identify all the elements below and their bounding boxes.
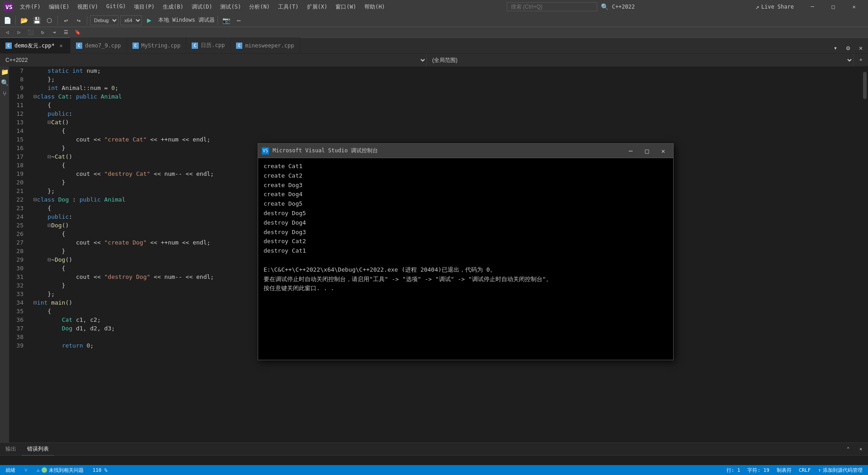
new-file-button[interactable]: 📄 [2,15,13,26]
refresh-button[interactable]: ↻ [37,27,48,38]
status-col[interactable]: 字符: 19 [745,467,771,474]
open-folder-button[interactable]: 📂 [19,15,29,26]
panel-tab-output[interactable]: 输出 [0,443,22,456]
redo-button[interactable]: ↪ [73,15,84,26]
line-number: 13 [9,118,27,127]
panel-tab-errors[interactable]: 错误列表 [22,443,54,456]
status-zoom[interactable]: 110 % [91,467,109,473]
line-number: 39 [9,341,27,350]
bookmark-button[interactable]: 🔖 [72,27,83,38]
secondary-toolbar: ◁ ▷ ⬛ ↻ ⇥ ☰ 🔖 [0,27,868,38]
menu-debug[interactable]: 调试(D) [188,2,216,12]
symbol-scope-select[interactable]: (全局范围) [427,54,854,66]
back-button[interactable]: ◁ [2,27,13,38]
line-number: 20 [9,178,27,187]
menu-project[interactable]: 项目(P) [130,2,158,12]
cpp-icon: C [5,42,12,49]
live-share-icon: ↗ [755,3,759,10]
menu-tools[interactable]: 工具(T) [274,2,302,12]
debug-close-button[interactable]: ✕ [657,146,670,156]
save-all-button[interactable]: ⬡ [44,15,55,26]
title-bar: VS 文件(F) 编辑(E) 视图(V) Git(G) 项目(P) 生成(B) … [0,0,868,14]
status-ready[interactable]: 就绪 [4,467,17,474]
maximize-button[interactable]: □ [823,0,844,14]
main-toolbar: 📄 📂 💾 ⬡ ↩ ↪ Debug x64 ▶ 本地 Windows 调试器 📷… [0,14,868,27]
debug-output-line: 按任意键关闭此窗口. . . [264,284,668,293]
indent-button[interactable]: ⇥ [49,27,60,38]
file-scope-select[interactable]: C++2022 [0,54,427,66]
tab-demo-youyuan[interactable]: C demo友元.cpp* ✕ [0,38,71,53]
menu-build[interactable]: 生成(B) [159,2,187,12]
close-all-button[interactable]: ✕ [855,42,866,53]
menu-help[interactable]: 帮助(H) [361,2,389,12]
editor-tabs: C demo友元.cpp* ✕ C demo7_9.cpp C MyString… [0,38,868,54]
menu-test[interactable]: 测试(S) [217,2,245,12]
tab-minesweeper[interactable]: C minesweeper.cpp [231,38,300,53]
tab-mystring[interactable]: C MyString.cpp [127,38,187,53]
tabs-dropdown-button[interactable]: ▾ [830,42,841,53]
scroll-thumb[interactable] [863,72,867,99]
tab-demo7-9[interactable]: C demo7_9.cpp [71,38,127,53]
add-to-source-icon: ↑ [818,467,821,473]
menu-extensions[interactable]: 扩展(X) [303,2,331,12]
tab-label-1: demo7_9.cpp [85,42,121,49]
forward-button[interactable]: ▷ [14,27,24,38]
search-bar-icon[interactable]: 🔍 [1,79,9,86]
run-button[interactable]: ▶ [144,15,155,26]
expand-button[interactable]: + [855,55,866,66]
tab-rili[interactable]: C 日历.cpp [186,38,231,53]
undo-button[interactable]: ↩ [61,15,71,26]
no-issues-label: 未找到相关问题 [49,467,84,474]
explorer-icon[interactable]: 📁 [1,68,9,75]
code-line: int Animal::num = 0; [32,84,862,92]
line-ending-label: CRLF [799,467,811,473]
line-number: 15 [9,135,27,144]
status-git[interactable]: ⑂ [23,467,29,473]
line-number: 33 [9,290,27,298]
menu-git[interactable]: Git(G) [103,2,129,12]
menu-window[interactable]: 窗口(W) [332,2,360,12]
status-line[interactable]: 行: 1 [725,467,742,474]
debug-maximize-button[interactable]: □ [641,146,653,156]
debug-output-line: destroy Cat1 [264,246,668,256]
status-line-ending[interactable]: CRLF [797,467,813,474]
add-to-source-button[interactable]: ↑ 添加到源代码管理 [816,467,864,474]
status-encoding[interactable]: 制表符 [775,467,793,474]
platform-select[interactable]: x64 [120,15,142,25]
zoom-level: 110 % [93,467,108,473]
tab-close-0[interactable]: ✕ [57,42,65,49]
git-icon[interactable]: ⑂ [3,90,6,97]
close-button[interactable]: ✕ [844,0,864,14]
panel-collapse-button[interactable]: ⌃ [843,444,854,455]
code-editor[interactable]: 7891011121314151617181920212223242526272… [9,66,862,442]
save-button[interactable]: 💾 [31,15,42,26]
editor-scrollbar[interactable] [862,66,868,442]
debug-output-line: create Dog4 [264,190,668,199]
menu-analyze[interactable]: 分析(N) [245,2,274,12]
debug-output-line: destroy Cat2 [264,237,668,246]
status-errors[interactable]: ⚠ 未找到相关问题 [35,467,85,474]
title-center: 🔍 C++2022 [392,2,750,11]
menu-file[interactable]: 文件(F) [16,2,44,12]
photos-button[interactable]: 📷 [221,15,231,26]
minimize-button[interactable]: ─ [802,0,823,14]
more-button[interactable]: ⋯ [233,15,244,26]
tabs-overflow-area: ▾ ⚙ ✕ [828,42,868,53]
layout-button[interactable]: ⚙ [843,42,854,53]
stop-button[interactable]: ⬛ [25,27,36,38]
debug-config-select[interactable]: Debug [90,15,118,25]
menu-view[interactable]: 视图(V) [74,2,102,12]
panel-content [0,456,868,465]
debug-output-line: create Dog3 [264,181,668,190]
line-number: 34 [9,298,27,307]
debug-minimize-button[interactable]: ─ [624,146,637,156]
panel-close-button[interactable]: ✕ [855,444,866,455]
line-number: 22 [9,195,27,204]
line-number: 28 [9,247,27,255]
search-input[interactable] [507,2,597,11]
menu-edit[interactable]: 编辑(E) [45,2,73,12]
format-button[interactable]: ☰ [61,27,71,38]
bottom-panel: 输出 错误列表 ⌃ ✕ [0,442,868,465]
debug-output-line: create Cat2 [264,171,668,181]
live-share-button[interactable]: ↗ Live Share [753,2,797,11]
